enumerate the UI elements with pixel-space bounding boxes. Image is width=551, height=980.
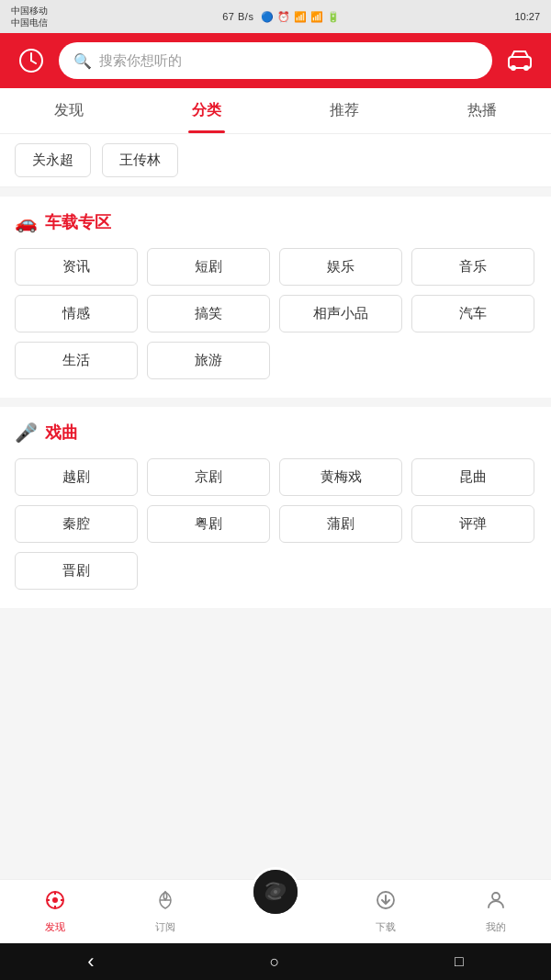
svg-point-7	[52, 897, 58, 903]
content: 关永超 王传林 🚗 车载专区 资讯 短剧 娱乐 音乐 情感	[0, 134, 551, 681]
opera-tag-grid: 越剧 京剧 黄梅戏 昆曲 秦腔 粤剧 蒲剧 评弹	[15, 458, 536, 590]
status-bar: 中国移动 中国电信 67 B/s 🔵 ⏰ 📶 📶 🔋 10:27	[0, 0, 551, 33]
tag-huangmei[interactable]: 黄梅戏	[279, 458, 402, 496]
mine-icon	[485, 889, 507, 917]
tag-news[interactable]: 资讯	[15, 248, 138, 286]
tab-discover[interactable]: 发现	[0, 88, 138, 133]
player-avatar-img	[253, 870, 298, 914]
header: 🔍 搜索你想听的	[0, 33, 551, 88]
car-tag-grid: 资讯 短剧 娱乐 音乐 情感 搞笑 相声小品 汽车	[15, 248, 536, 379]
tag-entertainment[interactable]: 娱乐	[279, 248, 402, 286]
tab-recommend[interactable]: 推荐	[276, 88, 413, 133]
opera-section-title-text: 戏曲	[45, 422, 78, 444]
nav-tabs: 发现 分类 推荐 热播	[0, 88, 551, 134]
tag-music[interactable]: 音乐	[411, 248, 534, 286]
operator2-label: 中国电信	[11, 17, 48, 28]
download-icon	[375, 889, 397, 917]
operator-info: 中国移动 中国电信	[11, 5, 48, 28]
tag-jin[interactable]: 晋剧	[15, 552, 138, 590]
search-icon: 🔍	[73, 52, 92, 70]
tag-travel[interactable]: 旅游	[147, 342, 270, 379]
network-speed: 67 B/s	[222, 11, 253, 22]
artist-tag-wangchuanlin[interactable]: 王传林	[102, 143, 178, 177]
android-nav: ‹ ○ □	[0, 943, 551, 980]
tag-car[interactable]: 汽车	[411, 295, 534, 332]
search-placeholder: 搜索你想听的	[99, 52, 182, 70]
svg-point-5	[523, 65, 529, 71]
tag-pingtan[interactable]: 评弹	[411, 505, 534, 543]
clock-icon[interactable]	[15, 44, 48, 77]
bottom-nav: 发现 订阅	[0, 879, 551, 943]
artist-tag-guanyongchao[interactable]: 关永超	[15, 143, 91, 177]
subscribe-label: 订阅	[155, 920, 175, 934]
nav-discover[interactable]: 发现	[0, 880, 110, 943]
svg-point-4	[511, 65, 516, 71]
tag-yue[interactable]: 越剧	[15, 458, 138, 496]
discover-label: 发现	[45, 920, 65, 934]
tab-hot[interactable]: 热播	[413, 88, 551, 133]
search-bar[interactable]: 🔍 搜索你想听的	[59, 42, 492, 79]
android-back[interactable]: ‹	[87, 950, 94, 974]
nav-subscribe[interactable]: 订阅	[110, 880, 220, 943]
car-icon[interactable]	[503, 44, 536, 77]
car-section: 🚗 车载专区 资讯 短剧 娱乐 音乐 情感 搞笑 相声小品	[0, 197, 551, 398]
download-label: 下载	[376, 920, 396, 934]
tag-drama[interactable]: 短剧	[147, 248, 270, 286]
tab-category[interactable]: 分类	[138, 88, 276, 133]
nav-download[interactable]: 下载	[331, 880, 441, 943]
tag-emotion[interactable]: 情感	[15, 295, 138, 332]
car-section-icon: 🚗	[15, 211, 38, 233]
svg-point-16	[274, 890, 277, 894]
opera-section-title: 🎤 戏曲	[15, 422, 536, 444]
subscribe-icon	[154, 889, 176, 917]
tag-jing[interactable]: 京剧	[147, 458, 270, 496]
tag-kun[interactable]: 昆曲	[411, 458, 534, 496]
tag-pu[interactable]: 蒲剧	[279, 505, 402, 543]
tag-qin[interactable]: 秦腔	[15, 505, 138, 543]
status-time: 10:27	[514, 11, 540, 22]
tag-crosstalk[interactable]: 相声小品	[279, 295, 402, 332]
tag-funny[interactable]: 搞笑	[147, 295, 270, 332]
artist-row: 关永超 王传林	[0, 134, 551, 187]
tag-yue2[interactable]: 粤剧	[147, 505, 270, 543]
android-recent[interactable]: □	[455, 953, 464, 970]
nav-player[interactable]	[220, 880, 331, 943]
android-home[interactable]: ○	[269, 952, 279, 972]
car-section-title: 🚗 车载专区	[15, 211, 536, 233]
svg-line-2	[31, 61, 36, 63]
operator1-label: 中国移动	[11, 5, 48, 17]
discover-icon	[44, 889, 66, 917]
player-avatar	[251, 867, 300, 917]
status-center: 67 B/s 🔵 ⏰ 📶 📶 🔋	[222, 11, 340, 23]
svg-point-19	[492, 893, 500, 900]
opera-section: 🎤 戏曲 越剧 京剧 黄梅戏 昆曲 秦腔 粤剧 蒲剧	[0, 407, 551, 608]
car-section-title-text: 车载专区	[45, 211, 111, 233]
tag-life[interactable]: 生活	[15, 342, 138, 379]
nav-mine[interactable]: 我的	[441, 880, 551, 943]
opera-section-icon: 🎤	[15, 422, 38, 444]
mine-label: 我的	[486, 920, 506, 934]
